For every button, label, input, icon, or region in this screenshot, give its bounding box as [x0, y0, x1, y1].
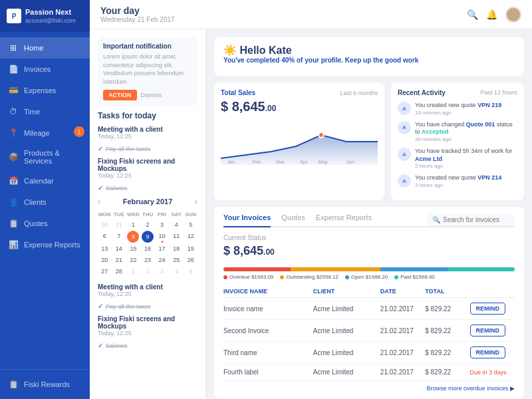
cal-day[interactable]: 28	[112, 266, 126, 277]
cal-day[interactable]: 2	[141, 219, 155, 230]
activity-link[interactable]: Acme Ltd	[415, 156, 442, 162]
calendar-grid: MONTUEWEDTHUFRISATSUN3031123456789101112…	[98, 210, 198, 277]
cal-day[interactable]: 12	[184, 231, 198, 243]
cal-day[interactable]: 16	[141, 243, 155, 254]
cal-day[interactable]: 13	[98, 243, 112, 254]
calendar-title: February 2017	[123, 198, 173, 205]
search-input[interactable]	[443, 216, 509, 223]
dismiss-button[interactable]: Dismiss	[141, 90, 162, 100]
invoices-icon: 📄	[8, 64, 19, 74]
cal-day[interactable]: 21	[112, 255, 126, 265]
sidebar-item-label: Mileage	[24, 129, 50, 137]
nav-badge: 1	[74, 126, 84, 137]
tab-expense-reports[interactable]: Expense Reports	[316, 213, 372, 226]
sidebar-item-expenses[interactable]: 💳 Expenses	[0, 80, 90, 101]
cal-day[interactable]: 22	[126, 255, 140, 265]
cal-day[interactable]: 3	[155, 266, 169, 277]
activity-link[interactable]: Quote 001	[466, 121, 495, 128]
tasks-section-2: Meeting with a clientToday, 12:25✓Pay-al…	[98, 283, 198, 349]
search-bar: 🔍	[427, 213, 515, 226]
cal-day[interactable]: 14	[112, 243, 126, 254]
search-icon[interactable]: 🔍	[467, 9, 478, 20]
cal-day[interactable]: 2	[141, 266, 155, 277]
action-button[interactable]: ACTION	[103, 90, 137, 100]
calendar-next-button[interactable]: ›	[195, 197, 198, 206]
svg-text:Apr: Apr	[300, 159, 308, 165]
sidebar-item-label: Invoices	[24, 65, 51, 73]
tab-invoices[interactable]: Your Invoices	[223, 213, 271, 227]
remind-button[interactable]: REMIND	[470, 346, 506, 358]
sidebar-item-expense_reports[interactable]: 📊 Expense Reports	[0, 234, 90, 255]
cal-day[interactable]: 18	[170, 243, 184, 254]
cal-day[interactable]: 24	[155, 255, 169, 265]
sidebar-item-products[interactable]: 📦 Products & Services	[0, 144, 90, 170]
activity-link[interactable]: VPN 214	[477, 174, 501, 181]
activity-avatar: A	[398, 121, 411, 134]
svg-text:Jun: Jun	[346, 159, 354, 165]
svg-text:Mar: Mar	[276, 159, 285, 165]
sidebar-item-label: Products & Services	[24, 149, 82, 165]
remind-button[interactable]: REMIND	[470, 303, 506, 315]
cal-day[interactable]: 4	[170, 219, 184, 230]
cal-day[interactable]: 15	[126, 243, 140, 254]
status-paid-bar	[448, 267, 515, 271]
avatar[interactable]	[505, 7, 521, 23]
cal-day[interactable]: 1	[126, 219, 140, 230]
task-time: Today, 12:25	[98, 172, 198, 179]
fiski-rewards-label: Fiski Rewards	[24, 380, 70, 388]
sidebar-item-quotes[interactable]: 📋 Quotes	[0, 213, 90, 234]
cal-day[interactable]: 19	[184, 243, 198, 254]
cal-day[interactable]: 4	[170, 266, 184, 277]
cal-day[interactable]: 10	[155, 231, 169, 243]
cal-day[interactable]: 30	[98, 219, 112, 230]
cal-day[interactable]: 17	[155, 243, 169, 254]
legend-label: Outstanding $2558.12	[286, 274, 338, 280]
sidebar-item-invoices[interactable]: 📄 Invoices	[0, 59, 90, 80]
table-row: Second Invoice Acme Limited 21.02.2017 $…	[223, 320, 515, 342]
activity-list: A You created new quote VPN 219 16 minut…	[398, 102, 517, 188]
cal-day[interactable]: 8	[127, 231, 139, 243]
cal-day[interactable]: 27	[98, 266, 112, 277]
notification-icon[interactable]: 🔔	[486, 9, 497, 20]
sidebar-item-mileage[interactable]: 📍 Mileage 1	[0, 122, 90, 144]
sidebar-item-label: Time	[24, 108, 40, 116]
cal-day[interactable]: 5	[184, 266, 198, 277]
calendar: ‹ February 2017 › MONTUEWEDTHUFRISATSUN3…	[98, 197, 198, 277]
browse-link[interactable]: Browse more overdue invoices ▶	[223, 385, 515, 392]
sidebar-item-time[interactable]: ⏱ Time	[0, 101, 90, 122]
invoice-table: INVOICE NAME CLIENT DATE TOTAL Invoice n…	[223, 285, 515, 381]
activity-link[interactable]: VPN 219	[477, 102, 501, 108]
cal-day[interactable]: 31	[112, 219, 126, 230]
tasks-section: Tasks for today Meeting with a clientTod…	[98, 111, 198, 192]
sidebar-header: P Passion Next account@fiski.com	[0, 0, 90, 32]
due-label: Due in 3 days	[470, 369, 507, 376]
sidebar-item-home[interactable]: ⊞ Home	[0, 37, 90, 59]
cal-day[interactable]: 3	[155, 219, 169, 230]
sidebar-item-clients[interactable]: 👤 Clients	[0, 192, 90, 213]
cal-day[interactable]: 1	[126, 266, 140, 277]
tabs: Your Invoices Quotes Expense Reports 🔍	[223, 213, 515, 227]
cal-day[interactable]: 6	[98, 231, 112, 243]
sidebar-item-label: Calendar	[24, 177, 54, 185]
activity-text: You have tracked 5h 34m of work for Acme…	[415, 148, 517, 163]
cal-day[interactable]: 11	[170, 231, 184, 243]
cal-day[interactable]: 20	[98, 255, 112, 265]
activity-text: You have changed Quote 001 status to Acc…	[415, 121, 517, 136]
cal-day[interactable]: 5	[184, 219, 198, 230]
topbar: Your day Wednesday 21 Feb 2017 🔍 🔔	[90, 0, 532, 29]
tab-quotes[interactable]: Quotes	[281, 213, 305, 226]
sidebar-bottom: 📋 Fiski Rewards	[0, 369, 90, 399]
sidebar-item-fiski-rewards[interactable]: 📋 Fiski Rewards	[8, 375, 82, 394]
calendar-prev-button[interactable]: ‹	[98, 197, 100, 206]
cal-day[interactable]: 7	[112, 231, 126, 243]
activity-link2[interactable]: Accepted	[422, 128, 449, 135]
cal-day[interactable]: 25	[170, 255, 184, 265]
invoice-total: $ 829.22	[425, 368, 469, 376]
remind-button[interactable]: REMIND	[470, 325, 506, 336]
status-bar	[223, 267, 515, 271]
cal-day[interactable]: 9	[142, 231, 154, 243]
notification-buttons: ACTION Dismiss	[103, 90, 192, 100]
cal-day[interactable]: 23	[141, 255, 155, 265]
cal-day[interactable]: 26	[184, 255, 198, 265]
sidebar-item-calendar[interactable]: 📅 Calendar	[0, 170, 90, 192]
